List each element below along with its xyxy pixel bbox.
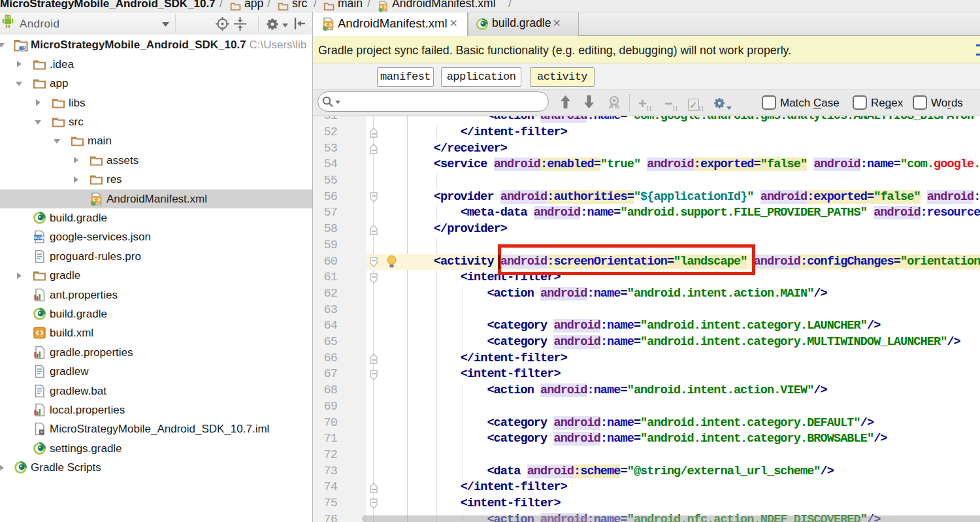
svg-text:JSON: JSON bbox=[33, 235, 44, 240]
